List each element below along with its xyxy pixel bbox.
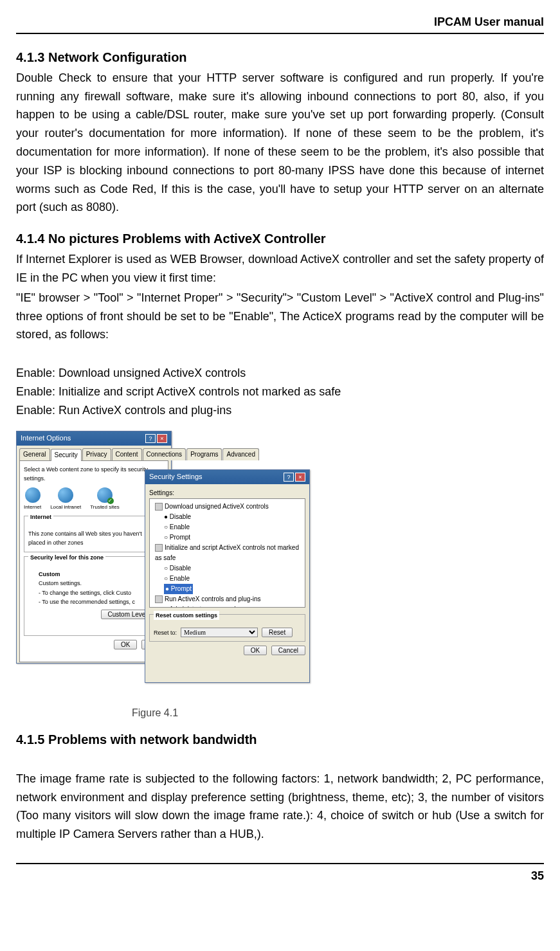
- node-run-activex: Run ActiveX controls and plug-ins: [155, 594, 302, 604]
- tab-security[interactable]: Security: [51, 449, 82, 461]
- help-icon[interactable]: ?: [284, 473, 294, 482]
- heading-415: 4.1.5 Problems with network bandwidth: [16, 729, 544, 750]
- custom-label: Custom: [39, 571, 60, 577]
- settings-label: Settings:: [149, 488, 305, 498]
- close-icon[interactable]: ×: [157, 434, 167, 443]
- globe-icon: [25, 487, 41, 503]
- reset-title: Reset custom settings: [154, 611, 219, 620]
- globe-icon: [58, 487, 73, 503]
- close-icon[interactable]: ×: [295, 473, 305, 482]
- zone-trusted-sites[interactable]: Trusted sites: [90, 487, 120, 512]
- ss-title: Security Settings: [149, 471, 203, 483]
- radio-enable[interactable]: Enable: [164, 574, 302, 584]
- custom-line-3: - To use the recommended settings, c: [39, 599, 135, 605]
- tab-privacy[interactable]: Privacy: [82, 448, 111, 460]
- reset-button[interactable]: Reset: [262, 628, 293, 637]
- reset-group: Reset custom settings Reset to: Medium R…: [149, 614, 305, 642]
- radio-disable[interactable]: Disable: [164, 563, 302, 574]
- node-download-unsigned: Download unsigned ActiveX controls: [155, 502, 302, 512]
- custom-line-2: - To change the settings, click Custo: [39, 590, 131, 596]
- body-415: The image frame rate is subjected to the…: [16, 770, 544, 844]
- enable-line-1: Enable: Download unsigned ActiveX contro…: [16, 364, 544, 383]
- heading-413: 4.1.3 Network Configuration: [16, 47, 544, 68]
- io-title: Internet Options: [21, 433, 71, 444]
- zone-group-desc: This zone contains all Web sites you hav…: [28, 529, 159, 548]
- figure-caption: Figure 4.1: [132, 705, 544, 721]
- body-413: Double Check to ensure that your HTTP se…: [16, 69, 544, 217]
- ss-button-row: OK Cancel: [149, 646, 305, 656]
- zone-internet[interactable]: Internet: [24, 487, 41, 512]
- io-titlebar: Internet Options ? ×: [17, 431, 171, 446]
- io-button-row: OK Ca: [24, 640, 164, 650]
- tab-programs[interactable]: Programs: [186, 448, 222, 460]
- reset-to-select[interactable]: Medium: [181, 628, 258, 637]
- io-ok-button[interactable]: OK: [114, 640, 137, 649]
- heading-414: 4.1.4 No pictures Problems with ActiveX …: [16, 228, 544, 249]
- settings-tree[interactable]: Download unsigned ActiveX controls Disab…: [149, 498, 305, 608]
- radio-admin-approved[interactable]: Administrator approved: [164, 604, 302, 608]
- page-header: IPCAM User manual: [16, 13, 544, 34]
- body-414a: If Internet Explorer is used as WEB Brow…: [16, 250, 544, 287]
- radio-prompt[interactable]: Prompt: [164, 532, 302, 543]
- security-settings-window: Security Settings ? × Settings: Download…: [145, 469, 310, 683]
- custom-line-1: Custom settings.: [39, 580, 82, 586]
- ss-body: Settings: Download unsigned ActiveX cont…: [145, 484, 309, 660]
- ss-cancel-button[interactable]: Cancel: [271, 646, 305, 655]
- zone-local-intranet[interactable]: Local intranet: [50, 487, 81, 512]
- zone-instruction: Select a Web content zone to specify its…: [24, 465, 164, 484]
- security-level-title: Security level for this zone: [28, 553, 105, 562]
- zone-group-title: Internet: [28, 512, 53, 521]
- zone-group: Internet This zone contains all Web site…: [24, 516, 164, 552]
- globe-check-icon: [97, 487, 113, 503]
- tab-connections[interactable]: Connections: [143, 448, 186, 460]
- io-tabs: General Security Privacy Content Connect…: [17, 446, 171, 460]
- section-414: 4.1.4 No pictures Problems with ActiveX …: [16, 228, 544, 419]
- tab-content[interactable]: Content: [112, 448, 142, 460]
- radio-prompt-selected[interactable]: Prompt: [164, 584, 193, 594]
- body-414b: "IE" browser > "Tool" > "Internet Proper…: [16, 289, 544, 344]
- enable-line-2: Enable: Initialize and script ActiveX co…: [16, 383, 544, 401]
- tab-advanced[interactable]: Advanced: [222, 448, 258, 460]
- radio-disable[interactable]: Disable: [164, 512, 302, 522]
- section-415: 4.1.5 Problems with network bandwidth Th…: [16, 729, 544, 844]
- page-number: 35: [531, 869, 544, 882]
- manual-title: IPCAM User manual: [434, 15, 544, 28]
- security-level-group: Security level for this zone Custom Cust…: [24, 556, 164, 636]
- radio-enable[interactable]: Enable: [164, 522, 302, 532]
- figure-4-1: Internet Options ? × General Security Pr…: [16, 431, 544, 721]
- zone-icons-row: Internet Local intranet Trusted sites: [24, 487, 164, 512]
- tab-general[interactable]: General: [19, 448, 50, 460]
- ss-titlebar: Security Settings ? ×: [145, 470, 309, 484]
- enable-line-3: Enable: Run ActiveX controls and plug-in…: [16, 401, 544, 420]
- screenshot-windows: Internet Options ? × General Security Pr…: [16, 431, 312, 701]
- ss-ok-button[interactable]: OK: [244, 646, 267, 655]
- section-413: 4.1.3 Network Configuration Double Check…: [16, 47, 544, 217]
- node-initialize-script: Initialize and script ActiveX controls n…: [155, 543, 302, 563]
- help-icon[interactable]: ?: [145, 434, 156, 443]
- reset-to-label: Reset to:: [154, 628, 177, 637]
- page-footer: 35: [16, 863, 544, 885]
